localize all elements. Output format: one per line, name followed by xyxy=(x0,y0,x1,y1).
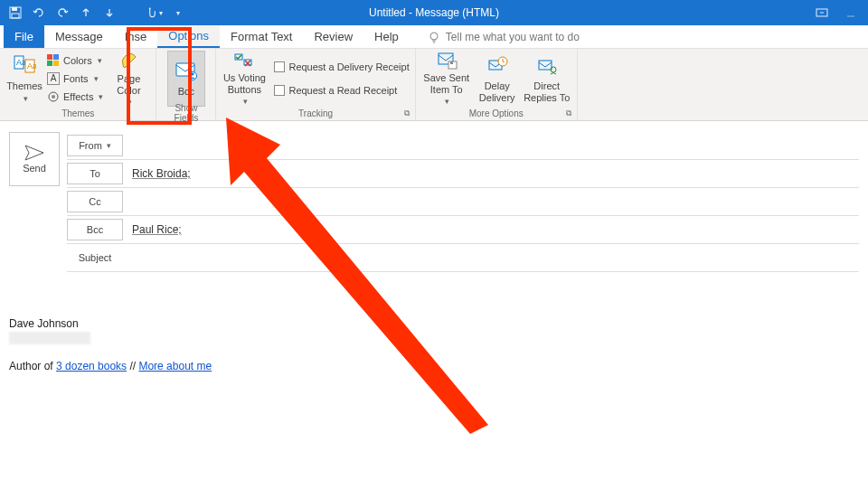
themes-button[interactable]: AaAa Themes ▾ xyxy=(5,52,43,106)
effects-icon xyxy=(47,90,60,103)
bcc-value[interactable]: Paul Rice; xyxy=(128,223,859,236)
tab-format-text[interactable]: Format Text xyxy=(220,25,303,48)
down-arrow-icon[interactable] xyxy=(101,5,118,21)
signature-link-about[interactable]: More about me xyxy=(138,360,212,372)
chevron-down-icon: ▾ xyxy=(24,94,28,103)
touch-mode-icon[interactable]: ▾ xyxy=(146,5,163,21)
subject-label: Subject xyxy=(67,247,123,268)
svg-text:Aa: Aa xyxy=(16,58,26,67)
group-tracking: Us Voting Buttons ▾ Request a Delivery R… xyxy=(216,49,415,120)
from-button[interactable]: From ▾ xyxy=(67,135,123,156)
svg-rect-24 xyxy=(450,61,453,64)
tab-file[interactable]: File xyxy=(4,25,44,48)
tab-insert[interactable]: Inse xyxy=(114,25,158,48)
svg-rect-12 xyxy=(53,54,59,60)
compose-area: Send From ▾ To Rick Broida; Cc Bcc Paul … xyxy=(0,121,868,383)
signature-separator: // xyxy=(127,360,138,372)
svg-point-19 xyxy=(191,73,193,76)
titlebar: ▾ ▾ Untitled - Message (HTML) xyxy=(0,0,868,25)
page-color-icon xyxy=(116,50,141,71)
group-label-tracking: Tracking⧉ xyxy=(222,106,409,120)
themes-icon: AaAa xyxy=(12,53,37,79)
quick-access-toolbar: ▾ ▾ xyxy=(0,5,186,21)
signature-prefix: Author of xyxy=(9,360,56,372)
bcc-row: Bcc Paul Rice; xyxy=(67,216,859,244)
tab-options[interactable]: Options xyxy=(157,25,220,48)
group-label-themes: Themes xyxy=(5,106,150,120)
up-arrow-icon[interactable] xyxy=(78,5,94,21)
ribbon-tabs: File Message Inse Options Format Text Re… xyxy=(0,25,868,49)
svg-point-6 xyxy=(430,33,438,40)
signature-link-books[interactable]: 3 dozen books xyxy=(56,360,127,372)
page-color-button[interactable]: Page Color ▾ xyxy=(107,52,150,106)
subject-row: Subject xyxy=(67,244,859,272)
voting-icon xyxy=(231,51,257,71)
direct-replies-button[interactable]: Direct Replies To xyxy=(523,52,571,106)
window-title: Untitled - Message (HTML) xyxy=(369,6,499,19)
signature-redacted xyxy=(9,332,90,344)
colors-button[interactable]: Colors▾ xyxy=(47,52,103,70)
svg-rect-11 xyxy=(47,54,52,60)
bcc-button[interactable]: Bcc xyxy=(168,52,204,106)
send-icon xyxy=(24,145,44,161)
svg-rect-13 xyxy=(47,61,52,66)
group-label-moreoptions: More Options⧉ xyxy=(421,106,571,120)
direct-replies-icon xyxy=(534,53,560,79)
svg-rect-27 xyxy=(539,61,552,70)
window-controls xyxy=(814,5,859,21)
tab-help[interactable]: Help xyxy=(363,25,410,48)
fonts-button[interactable]: AFonts▾ xyxy=(47,70,103,88)
svg-text:Aa: Aa xyxy=(27,61,36,71)
delay-delivery-button[interactable]: Delay Delivery xyxy=(476,52,519,106)
voting-buttons-button[interactable]: Us Voting Buttons ▾ xyxy=(222,52,267,106)
colors-icon xyxy=(47,54,60,67)
redo-icon[interactable] xyxy=(54,5,71,21)
cc-button[interactable]: Cc xyxy=(67,191,123,212)
ribbon-body: AaAa Themes ▾ Colors▾ AFonts▾ Effects▾ P… xyxy=(0,49,868,121)
group-label-showfields: Show Fields xyxy=(162,106,210,120)
fonts-icon: A xyxy=(47,72,60,85)
group-more-options: Save Sent Item To ▾ Delay Delivery Direc… xyxy=(416,49,578,120)
checkbox-icon xyxy=(274,61,285,72)
group-show-fields: Bcc Show Fields xyxy=(156,49,216,120)
dialog-launcher-icon[interactable]: ⧉ xyxy=(404,108,410,118)
cc-row: Cc xyxy=(67,188,859,216)
chevron-down-icon: ▾ xyxy=(243,97,248,106)
bulb-icon xyxy=(428,31,440,43)
to-value[interactable]: Rick Broida; xyxy=(128,167,859,180)
tab-message[interactable]: Message xyxy=(44,25,114,48)
group-themes: AaAa Themes ▾ Colors▾ AFonts▾ Effects▾ P… xyxy=(0,49,156,120)
customize-qat-icon[interactable]: ▾ xyxy=(170,5,186,21)
svg-point-3 xyxy=(149,7,151,9)
tab-review[interactable]: Review xyxy=(303,25,363,48)
tell-me-search[interactable]: Tell me what you want to do xyxy=(410,25,580,48)
checkbox-icon xyxy=(274,85,285,96)
undo-icon[interactable] xyxy=(31,5,47,21)
svg-rect-2 xyxy=(12,14,19,18)
signature-name: Dave Johnson xyxy=(9,317,859,330)
delay-icon xyxy=(485,53,510,79)
dialog-launcher-icon[interactable]: ⧉ xyxy=(566,108,571,118)
to-row: To Rick Broida; xyxy=(67,160,859,188)
svg-rect-14 xyxy=(53,61,59,66)
from-row: From ▾ xyxy=(67,132,859,160)
save-sent-icon xyxy=(434,51,459,71)
tell-me-placeholder: Tell me what you want to do xyxy=(446,31,580,43)
ribbon-display-icon[interactable] xyxy=(814,5,830,21)
to-button[interactable]: To xyxy=(67,163,123,184)
email-body[interactable]: Dave Johnson Author of 3 dozen books // … xyxy=(9,272,859,372)
save-icon[interactable] xyxy=(7,5,24,21)
chevron-down-icon: ▾ xyxy=(445,97,449,106)
read-receipt-checkbox[interactable]: Request a Read Receipt xyxy=(274,81,409,99)
save-sent-button[interactable]: Save Sent Item To ▾ xyxy=(421,52,472,106)
send-button[interactable]: Send xyxy=(9,132,60,186)
delivery-receipt-checkbox[interactable]: Request a Delivery Receipt xyxy=(274,58,409,76)
bcc-field-button[interactable]: Bcc xyxy=(67,219,123,240)
bcc-icon xyxy=(174,59,199,84)
minimize-icon[interactable] xyxy=(843,5,859,21)
svg-rect-1 xyxy=(12,7,17,11)
effects-button[interactable]: Effects▾ xyxy=(47,88,103,106)
svg-point-16 xyxy=(52,95,55,99)
